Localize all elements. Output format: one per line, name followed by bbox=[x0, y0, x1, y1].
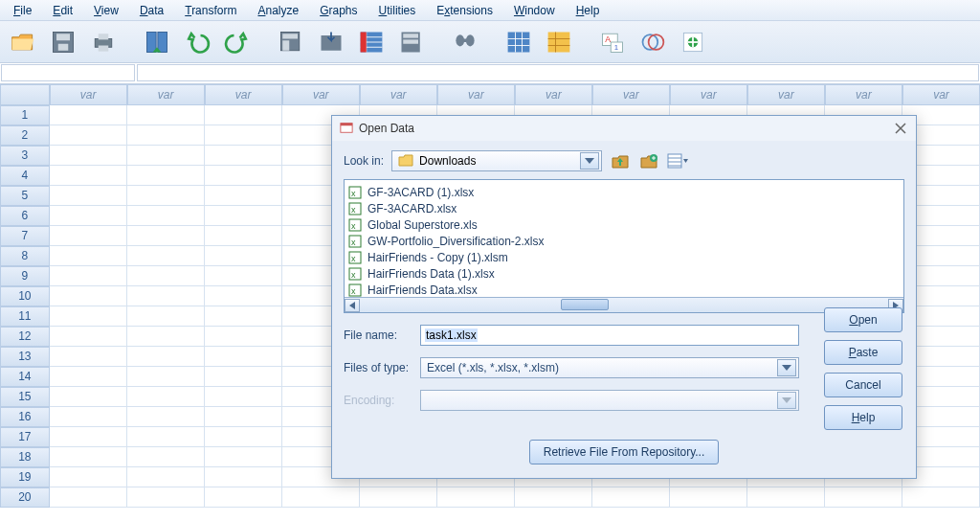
row-header[interactable]: 8 bbox=[0, 246, 50, 266]
grid-cell[interactable] bbox=[205, 447, 282, 467]
dialog-titlebar[interactable]: Open Data bbox=[332, 116, 916, 141]
save-icon[interactable] bbox=[46, 25, 80, 59]
grid-cell[interactable] bbox=[205, 407, 282, 427]
grid-cell[interactable] bbox=[50, 146, 127, 166]
grid-cell[interactable] bbox=[50, 125, 127, 146]
grid-cell[interactable] bbox=[127, 447, 205, 467]
menu-analyze[interactable]: Analyze bbox=[248, 2, 308, 19]
file-item[interactable]: xHairFriends - Copy (1).xlsm bbox=[348, 249, 902, 265]
grid-cell[interactable] bbox=[902, 487, 980, 508]
grid-cell[interactable] bbox=[205, 306, 282, 327]
row-header[interactable]: 10 bbox=[0, 286, 50, 306]
grid-cell[interactable] bbox=[50, 166, 127, 186]
file-item[interactable]: xGlobal Superstore.xls bbox=[348, 216, 902, 233]
row-header[interactable]: 3 bbox=[0, 146, 50, 166]
weight-cases-icon[interactable] bbox=[542, 25, 576, 59]
row-header[interactable]: 19 bbox=[0, 467, 50, 487]
column-header[interactable]: var bbox=[592, 84, 670, 105]
grid-cell[interactable] bbox=[127, 146, 205, 166]
help-button[interactable]: Help bbox=[824, 405, 902, 430]
grid-cell[interactable] bbox=[205, 166, 282, 186]
grid-cell[interactable] bbox=[50, 105, 127, 125]
grid-cell[interactable] bbox=[127, 487, 205, 508]
view-menu-icon[interactable] bbox=[667, 150, 688, 171]
undo-icon[interactable] bbox=[180, 25, 214, 59]
grid-cell[interactable] bbox=[205, 286, 282, 306]
show-all-icon[interactable] bbox=[676, 25, 710, 59]
variables-icon[interactable] bbox=[354, 25, 389, 59]
row-header[interactable]: 20 bbox=[0, 487, 50, 508]
column-header[interactable]: var bbox=[825, 84, 902, 105]
row-header[interactable]: 2 bbox=[0, 125, 50, 146]
file-item[interactable]: xHairFriends Data.xlsx bbox=[348, 282, 902, 298]
grid-cell[interactable] bbox=[515, 487, 592, 508]
scroll-thumb[interactable] bbox=[561, 299, 609, 310]
menu-data[interactable]: Data bbox=[130, 2, 173, 19]
grid-cell[interactable] bbox=[50, 206, 127, 226]
formula-bar[interactable] bbox=[137, 64, 979, 81]
redo-icon[interactable] bbox=[220, 25, 255, 59]
grid-cell[interactable] bbox=[205, 105, 282, 125]
file-item[interactable]: xGF-3ACARD (1).xlsx bbox=[348, 184, 902, 200]
file-item[interactable]: xGF-3ACARD.xlsx bbox=[348, 200, 902, 216]
chevron-down-icon[interactable] bbox=[777, 359, 796, 376]
grid-cell[interactable] bbox=[825, 487, 902, 508]
open-button[interactable]: Open bbox=[824, 307, 902, 332]
grid-cell[interactable] bbox=[127, 427, 205, 447]
grid-cell[interactable] bbox=[50, 487, 127, 508]
grid-cell[interactable] bbox=[50, 246, 127, 266]
column-header[interactable]: var bbox=[902, 84, 980, 105]
grid-cell[interactable] bbox=[50, 447, 127, 467]
grid-cell[interactable] bbox=[50, 427, 127, 447]
menu-file[interactable]: FFile/*placeholder*/ile bbox=[4, 2, 41, 19]
grid-cell[interactable] bbox=[127, 367, 205, 387]
chevron-down-icon[interactable] bbox=[580, 152, 599, 170]
column-header[interactable]: var bbox=[360, 84, 437, 105]
lookin-combo[interactable]: Downloads bbox=[391, 150, 602, 171]
cancel-button[interactable]: Cancel bbox=[824, 373, 902, 397]
grid-cell[interactable] bbox=[205, 427, 282, 447]
grid-cell[interactable] bbox=[205, 266, 282, 286]
grid-cell[interactable] bbox=[437, 487, 515, 508]
grid-cell[interactable] bbox=[205, 487, 282, 508]
corner-cell[interactable] bbox=[0, 84, 50, 105]
grid-cell[interactable] bbox=[205, 146, 282, 166]
grid-cell[interactable] bbox=[50, 387, 127, 407]
grid-cell[interactable] bbox=[592, 487, 670, 508]
goto-variable-icon[interactable] bbox=[314, 25, 348, 59]
column-header[interactable]: var bbox=[282, 84, 360, 105]
open-file-icon[interactable] bbox=[6, 25, 40, 59]
grid-cell[interactable] bbox=[127, 407, 205, 427]
column-header[interactable]: var bbox=[127, 84, 205, 105]
row-header[interactable]: 16 bbox=[0, 407, 50, 427]
grid-cell[interactable] bbox=[205, 327, 282, 347]
row-header[interactable]: 11 bbox=[0, 306, 50, 327]
row-header[interactable]: 4 bbox=[0, 166, 50, 186]
grid-cell[interactable] bbox=[205, 347, 282, 367]
find-icon[interactable] bbox=[448, 25, 482, 59]
grid-cell[interactable] bbox=[127, 266, 205, 286]
grid-cell[interactable] bbox=[205, 387, 282, 407]
grid-cell[interactable] bbox=[127, 347, 205, 367]
grid-cell[interactable] bbox=[127, 286, 205, 306]
grid-cell[interactable] bbox=[127, 105, 205, 125]
grid-cell[interactable] bbox=[360, 487, 437, 508]
grid-cell[interactable] bbox=[127, 246, 205, 266]
column-header[interactable]: var bbox=[437, 84, 515, 105]
menu-view[interactable]: View bbox=[84, 2, 128, 19]
menu-extensions[interactable]: Extensions bbox=[427, 2, 502, 19]
grid-cell[interactable] bbox=[127, 327, 205, 347]
grid-cell[interactable] bbox=[205, 367, 282, 387]
scroll-left-icon[interactable] bbox=[345, 299, 360, 312]
row-header[interactable]: 6 bbox=[0, 206, 50, 226]
grid-cell[interactable] bbox=[50, 347, 127, 367]
file-item[interactable]: xGW-Portfolio_Diversification-2.xlsx bbox=[348, 233, 902, 249]
grid-cell[interactable] bbox=[50, 266, 127, 286]
grid-cell[interactable] bbox=[282, 487, 360, 508]
name-box[interactable] bbox=[1, 64, 135, 81]
row-header[interactable]: 1 bbox=[0, 105, 50, 125]
grid-cell[interactable] bbox=[205, 125, 282, 146]
filename-input[interactable]: task1.xlsx bbox=[420, 325, 799, 346]
grid-cell[interactable] bbox=[205, 186, 282, 206]
menu-edit[interactable]: Edit bbox=[43, 2, 82, 19]
